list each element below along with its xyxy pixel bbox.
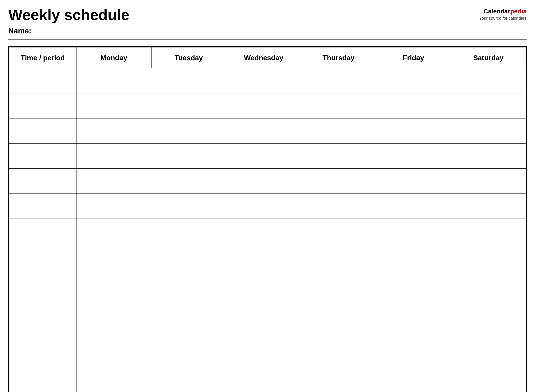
day-cell[interactable] [301, 369, 376, 392]
day-cell[interactable] [226, 219, 301, 244]
day-cell[interactable] [301, 168, 376, 193]
day-cell[interactable] [226, 93, 301, 118]
day-cell[interactable] [76, 219, 151, 244]
day-cell[interactable] [376, 344, 451, 369]
day-cell[interactable] [301, 118, 376, 143]
day-cell[interactable] [151, 118, 226, 143]
day-cell[interactable] [451, 344, 526, 369]
day-cell[interactable] [151, 168, 226, 193]
day-cell[interactable] [151, 319, 226, 344]
header-divider [8, 39, 527, 40]
time-cell[interactable] [9, 244, 76, 269]
day-cell[interactable] [76, 193, 151, 219]
day-cell[interactable] [376, 294, 451, 319]
time-cell[interactable] [9, 219, 76, 244]
day-cell[interactable] [151, 294, 226, 319]
title-section: Weekly schedule Name: [8, 7, 479, 35]
day-cell[interactable] [76, 93, 151, 118]
col-header-friday: Friday [376, 47, 451, 68]
time-cell[interactable] [9, 118, 76, 143]
day-cell[interactable] [76, 168, 151, 193]
day-cell[interactable] [226, 244, 301, 269]
day-cell[interactable] [226, 269, 301, 294]
day-cell[interactable] [376, 143, 451, 168]
day-cell[interactable] [226, 193, 301, 219]
time-cell[interactable] [9, 294, 76, 319]
day-cell[interactable] [451, 369, 526, 392]
header-area: Weekly schedule Name: Calendarpedia Your… [8, 7, 527, 35]
day-cell[interactable] [226, 118, 301, 143]
day-cell[interactable] [301, 193, 376, 219]
day-cell[interactable] [301, 294, 376, 319]
day-cell[interactable] [451, 219, 526, 244]
day-cell[interactable] [301, 244, 376, 269]
day-cell[interactable] [151, 269, 226, 294]
day-cell[interactable] [301, 319, 376, 344]
day-cell[interactable] [151, 93, 226, 118]
time-cell[interactable] [9, 319, 76, 344]
time-cell[interactable] [9, 193, 76, 219]
day-cell[interactable] [376, 68, 451, 93]
day-cell[interactable] [226, 319, 301, 344]
day-cell[interactable] [76, 143, 151, 168]
day-cell[interactable] [226, 68, 301, 93]
day-cell[interactable] [226, 294, 301, 319]
day-cell[interactable] [301, 68, 376, 93]
logo-calendar-text: Calendar [483, 8, 510, 15]
day-cell[interactable] [451, 93, 526, 118]
day-cell[interactable] [301, 269, 376, 294]
day-cell[interactable] [451, 294, 526, 319]
day-cell[interactable] [376, 244, 451, 269]
day-cell[interactable] [376, 219, 451, 244]
day-cell[interactable] [376, 319, 451, 344]
day-cell[interactable] [451, 68, 526, 93]
day-cell[interactable] [376, 168, 451, 193]
col-header-monday: Monday [76, 47, 151, 68]
day-cell[interactable] [226, 344, 301, 369]
day-cell[interactable] [451, 193, 526, 219]
day-cell[interactable] [451, 168, 526, 193]
day-cell[interactable] [151, 143, 226, 168]
day-cell[interactable] [76, 369, 151, 392]
day-cell[interactable] [376, 118, 451, 143]
day-cell[interactable] [151, 344, 226, 369]
day-cell[interactable] [301, 93, 376, 118]
time-cell[interactable] [9, 93, 76, 118]
day-cell[interactable] [226, 143, 301, 168]
day-cell[interactable] [151, 219, 226, 244]
day-cell[interactable] [301, 143, 376, 168]
time-cell[interactable] [9, 344, 76, 369]
time-cell[interactable] [9, 168, 76, 193]
day-cell[interactable] [151, 369, 226, 392]
day-cell[interactable] [376, 369, 451, 392]
day-cell[interactable] [301, 344, 376, 369]
time-cell[interactable] [9, 269, 76, 294]
day-cell[interactable] [76, 244, 151, 269]
day-cell[interactable] [76, 344, 151, 369]
day-cell[interactable] [76, 68, 151, 93]
day-cell[interactable] [76, 269, 151, 294]
day-cell[interactable] [451, 118, 526, 143]
time-cell[interactable] [9, 143, 76, 168]
day-cell[interactable] [451, 319, 526, 344]
day-cell[interactable] [76, 118, 151, 143]
day-cell[interactable] [226, 168, 301, 193]
day-cell[interactable] [376, 93, 451, 118]
day-cell[interactable] [301, 219, 376, 244]
day-cell[interactable] [451, 143, 526, 168]
day-cell[interactable] [451, 244, 526, 269]
day-cell[interactable] [151, 68, 226, 93]
day-cell[interactable] [76, 319, 151, 344]
day-cell[interactable] [451, 269, 526, 294]
day-cell[interactable] [151, 244, 226, 269]
day-cell[interactable] [376, 269, 451, 294]
col-header-wednesday: Wednesday [226, 47, 301, 68]
day-cell[interactable] [76, 294, 151, 319]
col-header-tuesday: Tuesday [151, 47, 226, 68]
day-cell[interactable] [226, 369, 301, 392]
time-cell[interactable] [9, 68, 76, 93]
day-cell[interactable] [151, 193, 226, 219]
day-cell[interactable] [376, 193, 451, 219]
schedule-table-wrapper: Time / period Monday Tuesday Wednesday T… [8, 46, 527, 392]
time-cell[interactable] [9, 369, 76, 392]
